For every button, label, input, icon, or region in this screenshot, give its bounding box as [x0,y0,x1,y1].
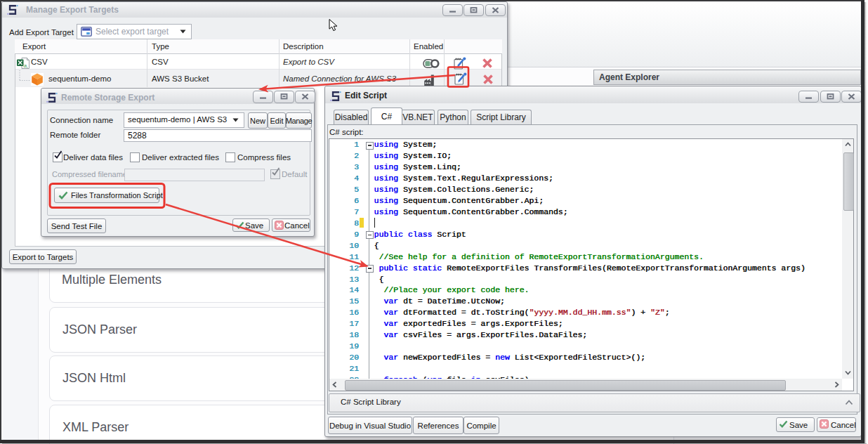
svg-text:a,: a, [24,63,29,69]
